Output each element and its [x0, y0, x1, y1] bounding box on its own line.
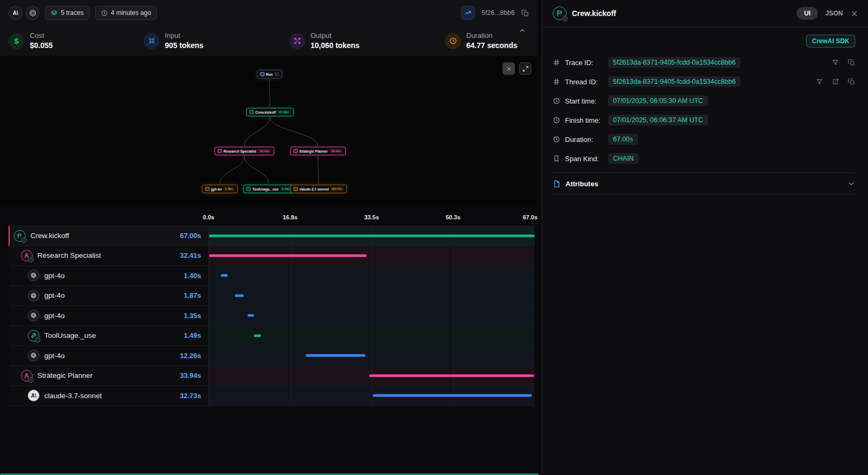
graph-node-gpt[interactable]: gpt-4o1.40s [202, 185, 238, 193]
span-name: ToolUsage._use [44, 331, 179, 339]
span-bar[interactable] [369, 374, 534, 377]
copy-trace-id-button[interactable] [521, 9, 529, 17]
graph-close-button[interactable] [503, 62, 515, 75]
tab-json[interactable]: JSON [825, 10, 843, 17]
timeline-row[interactable]: Strategic Planner 33.94s [9, 366, 535, 386]
sdk-badge[interactable]: CrewAI SDK [806, 35, 855, 48]
span-bar[interactable] [248, 314, 254, 317]
close-icon [506, 66, 512, 72]
chevron-up-icon [519, 27, 526, 34]
span-name: Research Specialist [37, 251, 175, 259]
app-root: A\ 5 traces 4 minutes ago 5f26...8bb6 [0, 0, 868, 475]
agent-icon [21, 370, 33, 382]
field-value[interactable]: 67.00s [608, 134, 638, 145]
metrics-button[interactable] [461, 6, 475, 20]
bookmark-icon [553, 155, 560, 162]
badge-overlay-icon [28, 257, 34, 263]
clock-icon [553, 97, 560, 105]
axis-tick: 16.8s [283, 214, 298, 220]
trend-icon [464, 9, 472, 17]
openai-icon [28, 310, 39, 321]
field-row: Finish time: 07/01/2025, 06:06:37 AM UTC [553, 110, 855, 130]
graph-node-strategic[interactable]: Strategic Planner33.94s [290, 147, 346, 155]
axis-tick: 0.0s [203, 214, 214, 220]
node-label: Run [266, 73, 273, 76]
time-ago-label: 4 minutes ago [111, 9, 151, 17]
stat-value: 64.77 seconds [466, 41, 517, 50]
graph-node-run[interactable]: Run [257, 70, 282, 78]
field-value[interactable]: 5f2613da-8371-9405-fcdd-0a1534cc8bb6 [608, 57, 740, 68]
timeline-track [209, 226, 535, 246]
tab-ui[interactable]: UI [797, 7, 818, 20]
timeline-row[interactable]: gpt-4o 1.87s [9, 286, 535, 306]
field-value[interactable]: 5f2613da-8371-9405-fcdd-0a1534cc8bb6 [608, 76, 740, 87]
openai-icon [28, 350, 39, 361]
filter-icon[interactable] [832, 59, 839, 66]
attributes-section[interactable]: Attributes [553, 173, 855, 194]
graph-node-claude[interactable]: claude-3.7-sonnet32.73s [290, 185, 347, 193]
span-duration: 32.41s [180, 251, 209, 259]
divider [553, 194, 855, 195]
stat-value: $0.055 [30, 41, 53, 50]
timeline-track [209, 386, 535, 406]
clock-icon [553, 116, 560, 124]
timeline-rows: Crew.kickoff 67.00s Research Specialist … [9, 226, 535, 406]
copy-icon[interactable] [848, 78, 855, 85]
cost-icon: $ [9, 33, 25, 49]
badge-overlay-icon [35, 337, 41, 343]
field-value[interactable]: 07/01/2025, 06:05:30 AM UTC [608, 96, 708, 106]
badge-overlay-icon [562, 16, 568, 21]
field-row: Trace ID: 5f2613da-8371-9405-fcdd-0a1534… [553, 53, 855, 72]
external-link-icon[interactable] [832, 78, 839, 85]
timeline-row[interactable]: gpt-4o 1.35s [9, 306, 535, 326]
traces-count-badge[interactable]: 5 traces [45, 6, 90, 20]
attributes-label: Attributes [566, 180, 598, 188]
axis-tick: 50.3s [445, 214, 460, 220]
span-bar[interactable] [235, 294, 244, 297]
node-type-icon [250, 110, 254, 114]
node-duration-chip: 67.00s [277, 110, 290, 114]
node-duration-chip [274, 72, 278, 76]
timeline-row[interactable]: gpt-4o 1.40s [9, 266, 535, 286]
span-bar[interactable] [221, 274, 228, 277]
graph-node-research[interactable]: Research Specialist32.41s [214, 147, 274, 155]
node-label: Research Specialist [224, 149, 256, 153]
timeline-row[interactable]: Crew.kickoff 67.00s [9, 226, 535, 246]
span-bar[interactable] [209, 254, 367, 257]
timeline-track [209, 326, 535, 346]
span-bar[interactable] [254, 334, 261, 337]
graph-node-tool[interactable]: ToolUsage._use1.49s [243, 185, 294, 193]
span-duration: 1.40s [184, 272, 209, 280]
timeline-row[interactable]: gpt-4o 12.26s [9, 346, 535, 366]
hash-icon [553, 59, 560, 66]
collapse-stats-button[interactable] [519, 27, 526, 34]
span-bar[interactable] [306, 354, 365, 357]
graph-expand-button[interactable] [519, 62, 531, 75]
input-icon [144, 33, 160, 49]
span-name: claude-3.7-sonnet [44, 392, 175, 400]
panel-close-button[interactable] [850, 10, 858, 18]
copy-icon[interactable] [848, 59, 855, 66]
timeline-track [209, 366, 535, 386]
clock-icon [553, 136, 560, 143]
span-name: gpt-4o [44, 352, 175, 360]
filter-icon[interactable] [816, 78, 823, 85]
span-bar[interactable] [373, 394, 532, 397]
graph-node-crew[interactable]: Crew.kickoff67.00s [246, 108, 294, 116]
openai-icon [28, 290, 39, 302]
chevron-down-icon [847, 180, 855, 188]
timeline-row[interactable]: Research Specialist 32.41s [9, 246, 535, 266]
span-duration: 1.87s [184, 291, 209, 299]
timeline-row[interactable]: ToolUsage._use 1.49s [9, 326, 535, 346]
field-value[interactable]: CHAIN [608, 153, 639, 164]
crew-icon [14, 230, 26, 242]
trace-id-short: 5f26...8bb6 [481, 9, 515, 17]
field-value[interactable]: 07/01/2025, 06:06:37 AM UTC [608, 115, 708, 125]
timeline-row[interactable]: A\ claude-3.7-sonnet 32.73s [9, 386, 535, 406]
clock-icon [101, 10, 108, 17]
field-label: Duration: [565, 136, 603, 144]
layers-icon [51, 10, 58, 17]
node-type-icon [293, 187, 298, 191]
traces-count-label: 5 traces [61, 9, 84, 17]
span-bar[interactable] [209, 234, 535, 237]
